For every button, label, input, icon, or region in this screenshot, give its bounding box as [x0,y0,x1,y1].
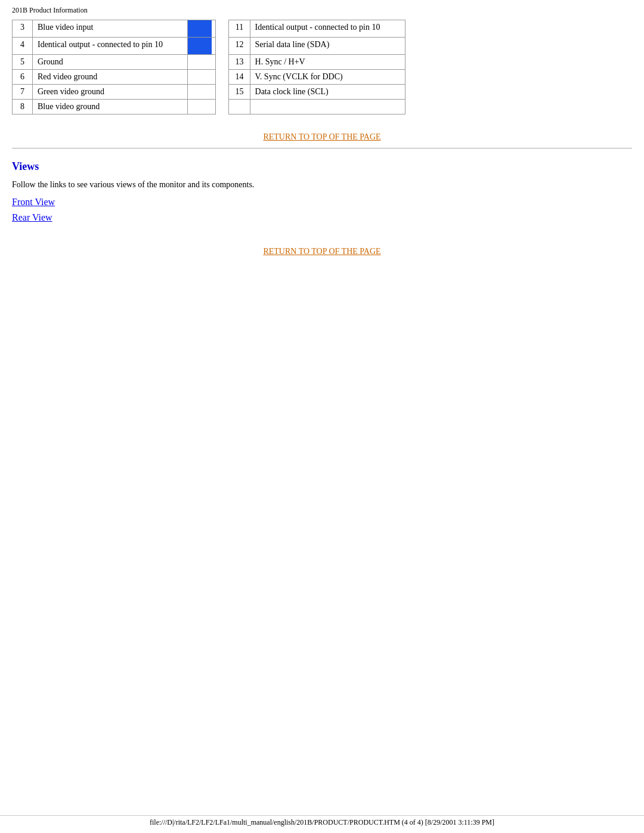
spacer-4 [215,85,229,100]
views-links: Front View Rear View [12,197,632,223]
page-title: 201B Product Information [12,6,632,15]
left-pin-num-1: 4 [13,38,33,55]
right-pin-desc-0: Identical output - connected to pin 10 [250,20,405,38]
rear-view-link[interactable]: Rear View [12,212,632,223]
views-section-title: Views [12,160,632,173]
front-view-link[interactable]: Front View [12,197,632,208]
right-pin-desc-2: H. Sync / H+V [250,55,405,70]
spacer-2 [215,55,229,70]
page-wrapper: 201B Product Information 3Blue video inp… [0,0,644,833]
return-top-link-2[interactable]: RETURN TO TOP OF THE PAGE [263,247,380,256]
color-box-4 [188,85,215,100]
left-pin-num-2: 5 [13,55,33,70]
left-pin-num-5: 8 [13,100,33,114]
views-section-desc: Follow the links to see various views of… [12,180,632,190]
pin-table: 3Blue video input11Identical output - co… [12,20,405,114]
color-box-0 [188,20,215,38]
color-box-1 [188,38,215,55]
spacer-1 [215,38,229,55]
left-pin-desc-1: Identical output - connected to pin 10 [32,38,187,55]
left-pin-desc-0: Blue video input [32,20,187,38]
color-box-2 [188,55,215,70]
color-box-3 [188,70,215,85]
left-pin-num-0: 3 [13,20,33,38]
spacer-5 [215,100,229,114]
right-pin-num-1: 12 [229,38,250,55]
right-pin-desc-4: Data clock line (SCL) [250,85,405,100]
color-box-5 [188,100,215,114]
return-link-container-2: RETURN TO TOP OF THE PAGE [12,247,632,256]
right-pin-num-2: 13 [229,55,250,70]
right-pin-desc-5 [250,100,405,114]
left-pin-desc-5: Blue video ground [32,100,187,114]
spacer-0 [215,20,229,38]
footer: file:///D|/rita/LF2/LF2/LFa1/multi_manua… [0,815,644,827]
right-pin-num-3: 14 [229,70,250,85]
left-pin-num-4: 7 [13,85,33,100]
return-link-container-1: RETURN TO TOP OF THE PAGE [12,132,632,142]
return-top-link-1[interactable]: RETURN TO TOP OF THE PAGE [263,132,380,141]
left-pin-desc-3: Red video ground [32,70,187,85]
section-divider [12,148,632,148]
right-pin-num-0: 11 [229,20,250,38]
right-pin-desc-3: V. Sync (VCLK for DDC) [250,70,405,85]
left-pin-desc-4: Green video ground [32,85,187,100]
right-pin-num-4: 15 [229,85,250,100]
right-pin-num-5 [229,100,250,114]
right-pin-desc-1: Serial data line (SDA) [250,38,405,55]
left-pin-desc-2: Ground [32,55,187,70]
left-pin-num-3: 6 [13,70,33,85]
spacer-3 [215,70,229,85]
